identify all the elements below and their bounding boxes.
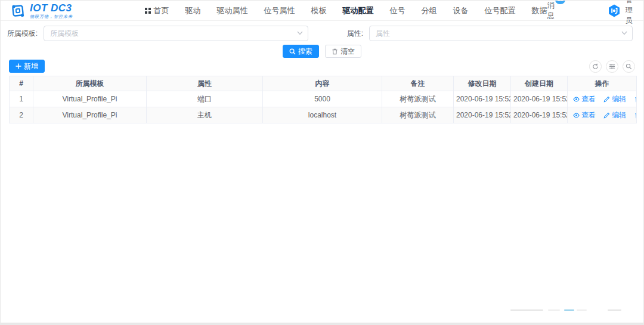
filter-bar: 所属模板: 属性: <box>1 21 643 58</box>
cell-note: 树莓派测试 <box>382 91 454 107</box>
cell-attribute: 端口 <box>147 91 263 107</box>
nav-item-driver[interactable]: 驱动 <box>185 5 200 16</box>
nav-item-label: 驱动 <box>185 5 200 16</box>
trash-icon <box>332 48 338 55</box>
template-select-input[interactable] <box>44 26 308 41</box>
nav-item-label: 数据 <box>531 5 547 16</box>
nav-item-home[interactable]: 首页 <box>145 5 169 16</box>
cell-modified: 2020-06-19 15:52:19 <box>454 107 511 123</box>
pagination-total-bar <box>510 309 543 311</box>
eye-icon <box>573 112 580 119</box>
table-row: 2 Virtual_Profile_Pi 主机 localhost 树莓派测试 … <box>10 107 637 123</box>
cell-modified: 2020-06-19 15:52:35 <box>454 91 511 107</box>
edit-link[interactable]: 编辑 <box>603 94 626 104</box>
column-settings-button[interactable] <box>606 60 618 73</box>
col-header-note: 备注 <box>382 76 454 91</box>
plus-icon <box>16 63 21 69</box>
user-menu[interactable]: 管理员 <box>607 0 633 26</box>
col-header-index: # <box>10 76 33 91</box>
cell-created: 2020-06-19 15:52:35 <box>511 91 568 107</box>
top-navbar: IOT DC3 物联万物，智控未来 首页 驱动 驱动属性 位号属性 模板 驱动配… <box>1 1 643 21</box>
pagination-jump-bar <box>608 309 621 311</box>
table-header-row: # 所属模板 属性 内容 备注 修改日期 创建日期 操作 <box>10 76 637 91</box>
main-nav: 首页 驱动 驱动属性 位号属性 模板 驱动配置 位号 分组 设备 位号配置 数据 <box>145 5 547 16</box>
nav-item-point[interactable]: 位号 <box>389 5 405 16</box>
nav-item-driver-config[interactable]: 驱动配置 <box>342 5 373 16</box>
cell-index: 1 <box>10 91 33 107</box>
col-header-actions: 操作 <box>568 76 637 91</box>
col-header-created: 创建日期 <box>511 76 568 91</box>
delete-link[interactable]: 删除 <box>634 110 637 120</box>
nav-item-label: 首页 <box>153 5 169 16</box>
magnifier-icon <box>626 63 632 70</box>
add-button[interactable]: 新增 <box>9 60 45 73</box>
brand-title: IOT DC3 <box>30 3 73 13</box>
col-header-content: 内容 <box>263 76 382 91</box>
cell-content: localhost <box>263 107 382 123</box>
nav-item-template[interactable]: 模板 <box>311 5 326 16</box>
attribute-filter-label: 属性: <box>325 29 369 39</box>
chevron-down-icon[interactable] <box>621 31 627 35</box>
nav-item-label: 位号属性 <box>264 5 295 16</box>
cell-template: Virtual_Profile_Pi <box>33 91 147 107</box>
nav-item-point-attr[interactable]: 位号属性 <box>264 5 295 16</box>
brand-tagline: 物联万物，智控未来 <box>30 14 73 18</box>
clear-button-label: 清空 <box>340 47 355 57</box>
pagination-prev-bar <box>548 309 560 311</box>
template-select[interactable] <box>44 26 308 41</box>
app-window: IOT DC3 物联万物，智控未来 首页 驱动 驱动属性 位号属性 模板 驱动配… <box>0 0 644 325</box>
pagination-current-page-bar <box>564 309 574 311</box>
search-button-label: 搜索 <box>298 47 312 57</box>
cell-actions: 查看 编辑 删除 <box>568 107 637 123</box>
cell-actions: 查看 编辑 删除 <box>568 91 637 107</box>
cell-index: 2 <box>10 107 33 123</box>
cell-created: 2020-06-19 15:52:19 <box>511 107 568 123</box>
edit-icon <box>603 112 610 119</box>
table-row: 1 Virtual_Profile_Pi 端口 5000 树莓派测试 2020-… <box>10 91 637 107</box>
nav-item-label: 位号配置 <box>484 5 515 16</box>
eye-icon <box>573 96 580 103</box>
messages-link[interactable]: 消息 12 <box>547 1 556 21</box>
table-toolbar: 新增 <box>1 58 643 76</box>
search-icon <box>289 48 296 55</box>
pagination-skeleton <box>510 309 624 312</box>
grid-icon <box>145 8 151 14</box>
user-name: 管理员 <box>626 0 633 26</box>
nav-item-data[interactable]: 数据 <box>531 5 547 16</box>
filter-sliders-icon <box>609 63 615 70</box>
add-button-label: 新增 <box>24 61 38 72</box>
nav-item-point-config[interactable]: 位号配置 <box>484 5 515 16</box>
edit-link[interactable]: 编辑 <box>603 110 626 120</box>
nav-item-label: 驱动配置 <box>342 5 373 16</box>
clear-button[interactable]: 清空 <box>325 45 361 58</box>
refresh-icon <box>592 63 599 70</box>
attribute-select[interactable] <box>369 26 633 41</box>
avatar-icon <box>607 4 621 18</box>
nav-item-device[interactable]: 设备 <box>453 5 468 16</box>
view-link[interactable]: 查看 <box>573 110 596 120</box>
delete-link[interactable]: 删除 <box>634 94 637 104</box>
refresh-button[interactable] <box>589 60 602 73</box>
nav-item-label: 模板 <box>311 5 326 16</box>
nav-item-driver-attr[interactable]: 驱动属性 <box>216 5 247 16</box>
view-link[interactable]: 查看 <box>573 94 596 104</box>
nav-item-label: 位号 <box>389 5 405 16</box>
nav-item-label: 设备 <box>453 5 468 16</box>
attribute-select-input[interactable] <box>369 26 633 41</box>
col-header-attribute: 属性 <box>147 76 263 91</box>
chevron-down-icon[interactable] <box>297 31 303 35</box>
search-button[interactable]: 搜索 <box>283 45 319 58</box>
cell-note: 树莓派测试 <box>382 107 454 123</box>
brand-logo[interactable]: IOT DC3 物联万物，智控未来 <box>10 3 119 18</box>
brand-logo-icon <box>10 3 26 18</box>
cell-template: Virtual_Profile_Pi <box>33 107 147 123</box>
nav-item-group[interactable]: 分组 <box>421 5 436 16</box>
zoom-button[interactable] <box>623 60 635 73</box>
messages-label: 消息 <box>547 1 554 20</box>
nav-item-label: 分组 <box>421 5 436 16</box>
messages-badge: 12 <box>555 0 565 4</box>
edit-icon <box>603 96 610 103</box>
cell-content: 5000 <box>263 91 382 107</box>
pagination-next-bar <box>577 309 587 311</box>
data-table: # 所属模板 属性 内容 备注 修改日期 创建日期 操作 1 Virtual_P… <box>9 76 635 123</box>
